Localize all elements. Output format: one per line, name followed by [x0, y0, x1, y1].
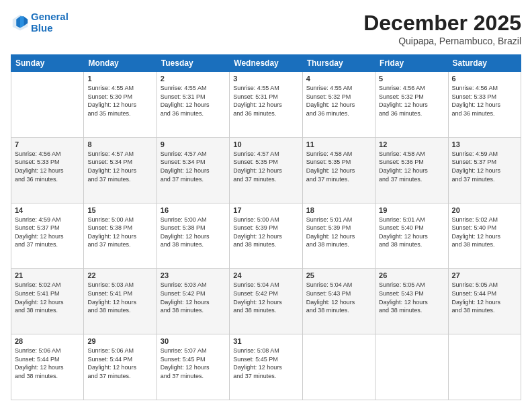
logo-text: General Blue [31, 11, 69, 34]
weekday-thursday: Thursday [302, 55, 375, 72]
calendar-cell: 28Sunrise: 5:06 AM Sunset: 5:44 PM Dayli… [11, 334, 84, 400]
calendar-cell [302, 334, 375, 400]
cell-content: Sunrise: 5:01 AM Sunset: 5:39 PM Dayligh… [306, 216, 371, 249]
title-block: December 2025 Quipapa, Pernambuco, Brazi… [363, 11, 521, 46]
day-number: 1 [87, 75, 152, 83]
cell-content: Sunrise: 5:02 AM Sunset: 5:40 PM Dayligh… [452, 216, 517, 249]
day-number: 3 [233, 75, 298, 83]
week-row-3: 14Sunrise: 4:59 AM Sunset: 5:37 PM Dayli… [11, 203, 521, 269]
location: Quipapa, Pernambuco, Brazil [363, 36, 521, 46]
calendar-cell: 10Sunrise: 4:57 AM Sunset: 5:35 PM Dayli… [230, 137, 302, 203]
week-row-5: 28Sunrise: 5:06 AM Sunset: 5:44 PM Dayli… [11, 334, 521, 400]
cell-content: Sunrise: 4:56 AM Sunset: 5:33 PM Dayligh… [452, 84, 517, 118]
day-number: 11 [306, 140, 371, 148]
weekday-saturday: Saturday [448, 55, 521, 72]
day-number: 21 [15, 271, 80, 279]
calendar-table: SundayMondayTuesdayWednesdayThursdayFrid… [11, 54, 521, 400]
calendar-cell: 9Sunrise: 4:57 AM Sunset: 5:34 PM Daylig… [157, 137, 229, 203]
cell-content: Sunrise: 4:55 AM Sunset: 5:31 PM Dayligh… [161, 84, 226, 118]
cell-content: Sunrise: 5:02 AM Sunset: 5:41 PM Dayligh… [15, 281, 80, 314]
cell-content: Sunrise: 4:58 AM Sunset: 5:36 PM Dayligh… [379, 150, 444, 183]
week-row-4: 21Sunrise: 5:02 AM Sunset: 5:41 PM Dayli… [11, 269, 521, 334]
day-number: 24 [233, 271, 298, 279]
day-number: 9 [161, 140, 226, 148]
day-number: 2 [161, 75, 226, 83]
cell-content: Sunrise: 5:00 AM Sunset: 5:38 PM Dayligh… [161, 216, 226, 249]
logo: General Blue [11, 11, 69, 34]
calendar-cell: 20Sunrise: 5:02 AM Sunset: 5:40 PM Dayli… [448, 203, 521, 269]
cell-content: Sunrise: 4:59 AM Sunset: 5:37 PM Dayligh… [15, 216, 80, 249]
cell-content: Sunrise: 4:59 AM Sunset: 5:37 PM Dayligh… [452, 150, 517, 183]
calendar-cell: 2Sunrise: 4:55 AM Sunset: 5:31 PM Daylig… [157, 72, 229, 138]
calendar-cell: 18Sunrise: 5:01 AM Sunset: 5:39 PM Dayli… [302, 203, 375, 269]
cell-content: Sunrise: 4:58 AM Sunset: 5:35 PM Dayligh… [306, 150, 371, 183]
calendar-cell [375, 334, 448, 400]
cell-content: Sunrise: 5:05 AM Sunset: 5:43 PM Dayligh… [379, 281, 444, 314]
calendar-cell: 14Sunrise: 4:59 AM Sunset: 5:37 PM Dayli… [11, 203, 84, 269]
day-number: 20 [452, 206, 517, 214]
calendar-cell: 23Sunrise: 5:03 AM Sunset: 5:42 PM Dayli… [157, 269, 229, 334]
calendar-cell: 7Sunrise: 4:56 AM Sunset: 5:33 PM Daylig… [11, 137, 84, 203]
day-number: 14 [15, 206, 80, 214]
calendar-cell: 12Sunrise: 4:58 AM Sunset: 5:36 PM Dayli… [375, 137, 448, 203]
day-number: 6 [452, 75, 517, 83]
cell-content: Sunrise: 4:57 AM Sunset: 5:34 PM Dayligh… [87, 150, 152, 183]
cell-content: Sunrise: 4:56 AM Sunset: 5:32 PM Dayligh… [379, 84, 444, 118]
day-number: 30 [161, 337, 226, 345]
calendar-cell: 8Sunrise: 4:57 AM Sunset: 5:34 PM Daylig… [84, 137, 157, 203]
cell-content: Sunrise: 4:55 AM Sunset: 5:32 PM Dayligh… [306, 84, 371, 118]
cell-content: Sunrise: 5:03 AM Sunset: 5:41 PM Dayligh… [87, 281, 152, 314]
day-number: 16 [161, 206, 226, 214]
calendar-cell: 29Sunrise: 5:06 AM Sunset: 5:44 PM Dayli… [84, 334, 157, 400]
calendar-cell: 17Sunrise: 5:00 AM Sunset: 5:39 PM Dayli… [230, 203, 302, 269]
day-number: 15 [87, 206, 152, 214]
calendar-cell: 6Sunrise: 4:56 AM Sunset: 5:33 PM Daylig… [448, 72, 521, 138]
day-number: 8 [87, 140, 152, 148]
calendar-cell: 24Sunrise: 5:04 AM Sunset: 5:42 PM Dayli… [230, 269, 302, 334]
cell-content: Sunrise: 4:57 AM Sunset: 5:35 PM Dayligh… [233, 150, 298, 183]
day-number: 27 [452, 271, 517, 279]
calendar-cell: 21Sunrise: 5:02 AM Sunset: 5:41 PM Dayli… [11, 269, 84, 334]
logo-icon [11, 13, 30, 32]
day-number: 4 [306, 75, 371, 83]
cell-content: Sunrise: 5:00 AM Sunset: 5:39 PM Dayligh… [233, 216, 298, 249]
day-number: 13 [452, 140, 517, 148]
day-number: 12 [379, 140, 444, 148]
cell-content: Sunrise: 5:08 AM Sunset: 5:45 PM Dayligh… [233, 347, 298, 380]
header: General Blue December 2025 Quipapa, Pern… [11, 11, 521, 46]
calendar-cell [448, 334, 521, 400]
cell-content: Sunrise: 5:03 AM Sunset: 5:42 PM Dayligh… [161, 281, 226, 314]
calendar-cell: 15Sunrise: 5:00 AM Sunset: 5:38 PM Dayli… [84, 203, 157, 269]
weekday-monday: Monday [84, 55, 157, 72]
month-title: December 2025 [363, 11, 521, 36]
week-row-2: 7Sunrise: 4:56 AM Sunset: 5:33 PM Daylig… [11, 137, 521, 203]
calendar-cell: 26Sunrise: 5:05 AM Sunset: 5:43 PM Dayli… [375, 269, 448, 334]
day-number: 26 [379, 271, 444, 279]
week-row-1: 1Sunrise: 4:55 AM Sunset: 5:30 PM Daylig… [11, 72, 521, 138]
weekday-wednesday: Wednesday [230, 55, 302, 72]
calendar-cell: 25Sunrise: 5:04 AM Sunset: 5:43 PM Dayli… [302, 269, 375, 334]
day-number: 28 [15, 337, 80, 345]
cell-content: Sunrise: 5:01 AM Sunset: 5:40 PM Dayligh… [379, 216, 444, 249]
day-number: 31 [233, 337, 298, 345]
calendar-cell: 19Sunrise: 5:01 AM Sunset: 5:40 PM Dayli… [375, 203, 448, 269]
day-number: 5 [379, 75, 444, 83]
weekday-header-row: SundayMondayTuesdayWednesdayThursdayFrid… [11, 55, 521, 72]
cell-content: Sunrise: 4:57 AM Sunset: 5:34 PM Dayligh… [161, 150, 226, 183]
cell-content: Sunrise: 4:55 AM Sunset: 5:31 PM Dayligh… [233, 84, 298, 118]
calendar-cell: 5Sunrise: 4:56 AM Sunset: 5:32 PM Daylig… [375, 72, 448, 138]
cell-content: Sunrise: 5:04 AM Sunset: 5:43 PM Dayligh… [306, 281, 371, 314]
calendar-cell: 31Sunrise: 5:08 AM Sunset: 5:45 PM Dayli… [230, 334, 302, 400]
calendar-cell: 4Sunrise: 4:55 AM Sunset: 5:32 PM Daylig… [302, 72, 375, 138]
calendar-cell: 11Sunrise: 4:58 AM Sunset: 5:35 PM Dayli… [302, 137, 375, 203]
calendar-cell: 22Sunrise: 5:03 AM Sunset: 5:41 PM Dayli… [84, 269, 157, 334]
cell-content: Sunrise: 5:04 AM Sunset: 5:42 PM Dayligh… [233, 281, 298, 314]
day-number: 25 [306, 271, 371, 279]
calendar-cell: 16Sunrise: 5:00 AM Sunset: 5:38 PM Dayli… [157, 203, 229, 269]
calendar-cell: 27Sunrise: 5:05 AM Sunset: 5:44 PM Dayli… [448, 269, 521, 334]
day-number: 7 [15, 140, 80, 148]
calendar-cell: 3Sunrise: 4:55 AM Sunset: 5:31 PM Daylig… [230, 72, 302, 138]
day-number: 19 [379, 206, 444, 214]
cell-content: Sunrise: 5:00 AM Sunset: 5:38 PM Dayligh… [87, 216, 152, 249]
day-number: 29 [87, 337, 152, 345]
